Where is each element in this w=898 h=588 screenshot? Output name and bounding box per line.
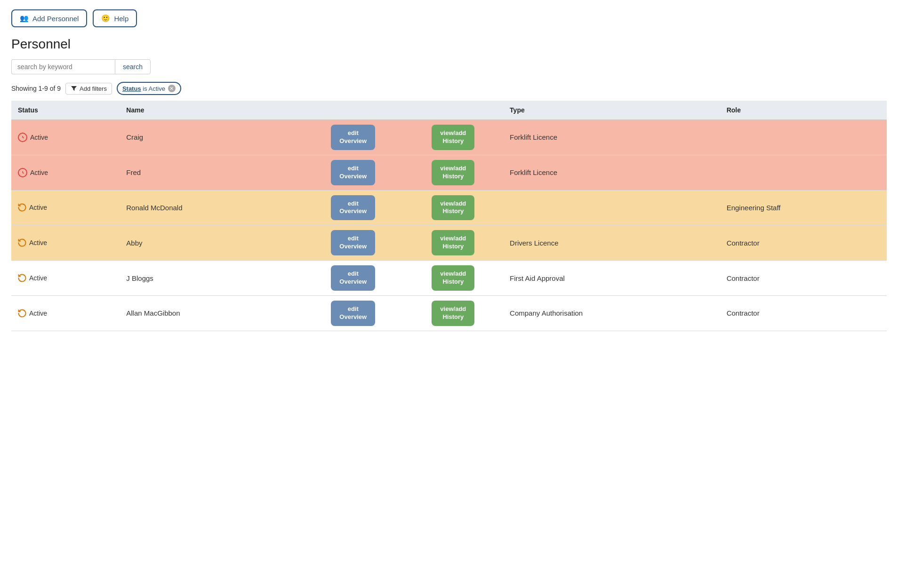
type-text: Forklift Licence bbox=[510, 168, 557, 176]
add-filters-label: Add filters bbox=[80, 85, 107, 92]
table-row: Active Fred editOverview view/addHistory… bbox=[11, 155, 887, 190]
edit-overview-button[interactable]: editOverview bbox=[331, 195, 375, 221]
status-text: Active bbox=[29, 239, 47, 246]
table-row: Active J Bloggs editOverview view/addHis… bbox=[11, 261, 887, 296]
refresh-icon bbox=[18, 274, 26, 282]
refresh-icon bbox=[18, 203, 26, 212]
status-cell: Active bbox=[11, 261, 120, 296]
header-type: Type bbox=[503, 101, 720, 120]
type-text: Forklift Licence bbox=[510, 133, 557, 141]
edit-cell: editOverview bbox=[303, 225, 403, 261]
name-cell: J Bloggs bbox=[120, 261, 303, 296]
add-personnel-label: Add Personnel bbox=[32, 15, 79, 23]
history-cell: view/addHistory bbox=[403, 261, 504, 296]
type-cell bbox=[503, 190, 720, 225]
role-cell bbox=[720, 155, 887, 190]
type-cell: Drivers Licence bbox=[503, 225, 720, 261]
history-cell: view/addHistory bbox=[403, 120, 504, 155]
edit-cell: editOverview bbox=[303, 190, 403, 225]
name-cell: Fred bbox=[120, 155, 303, 190]
filter-icon bbox=[71, 85, 77, 92]
personnel-table: Status Name Type Role Active bbox=[11, 101, 887, 331]
personnel-name: Abby bbox=[126, 239, 142, 247]
history-cell: view/addHistory bbox=[403, 190, 504, 225]
type-text: Drivers Licence bbox=[510, 239, 558, 247]
help-button[interactable]: 🙂 Help bbox=[93, 9, 137, 27]
status-text: Active bbox=[30, 169, 48, 176]
status-cell: Active bbox=[11, 225, 120, 261]
view-add-history-button[interactable]: view/addHistory bbox=[432, 125, 474, 150]
history-cell: view/addHistory bbox=[403, 155, 504, 190]
refresh-icon bbox=[18, 238, 26, 247]
status-cell: Active bbox=[11, 190, 120, 225]
personnel-name: Craig bbox=[126, 133, 143, 141]
status-cell: Active bbox=[11, 295, 120, 331]
table-row: Active Craig editOverview view/addHistor… bbox=[11, 120, 887, 155]
role-text: Contractor bbox=[727, 309, 760, 317]
help-icon: 🙂 bbox=[101, 14, 110, 23]
role-cell bbox=[720, 120, 887, 155]
clock-icon bbox=[18, 133, 27, 142]
view-add-history-button[interactable]: view/addHistory bbox=[432, 230, 474, 255]
edit-cell: editOverview bbox=[303, 155, 403, 190]
type-cell: Forklift Licence bbox=[503, 155, 720, 190]
add-personnel-button[interactable]: 👥 Add Personnel bbox=[11, 9, 87, 27]
search-input[interactable] bbox=[11, 59, 115, 74]
type-cell: Forklift Licence bbox=[503, 120, 720, 155]
help-label: Help bbox=[114, 15, 128, 23]
status-text: Active bbox=[30, 134, 48, 141]
status-text: Active bbox=[29, 310, 47, 317]
role-text: Engineering Staff bbox=[727, 204, 781, 212]
header-history bbox=[403, 101, 504, 120]
search-button[interactable]: search bbox=[115, 59, 151, 74]
edit-cell: editOverview bbox=[303, 120, 403, 155]
refresh-icon bbox=[18, 309, 26, 318]
view-add-history-button[interactable]: view/addHistory bbox=[432, 265, 474, 291]
showing-count: Showing 1-9 of 9 bbox=[11, 85, 61, 92]
edit-overview-button[interactable]: editOverview bbox=[331, 301, 375, 326]
edit-cell: editOverview bbox=[303, 295, 403, 331]
history-cell: view/addHistory bbox=[403, 225, 504, 261]
personnel-name: Ronald McDonald bbox=[126, 204, 182, 212]
table-row: Active Allan MacGibbon editOverview view… bbox=[11, 295, 887, 331]
view-add-history-button[interactable]: view/addHistory bbox=[432, 160, 474, 185]
name-cell: Ronald McDonald bbox=[120, 190, 303, 225]
table-header-row: Status Name Type Role bbox=[11, 101, 887, 120]
svg-line-3 bbox=[23, 173, 24, 174]
filter-row: Showing 1-9 of 9 Add filters Status is A… bbox=[11, 82, 887, 95]
add-filters-button[interactable]: Add filters bbox=[65, 83, 112, 95]
status-text: Active bbox=[29, 204, 47, 211]
personnel-name: J Bloggs bbox=[126, 274, 153, 282]
active-filter-tag[interactable]: Status is Active ✕ bbox=[117, 82, 181, 95]
table-row: Active Ronald McDonald editOverview view… bbox=[11, 190, 887, 225]
personnel-name: Fred bbox=[126, 168, 141, 176]
personnel-name: Allan MacGibbon bbox=[126, 309, 180, 317]
view-add-history-button[interactable]: view/addHistory bbox=[432, 301, 474, 326]
svg-line-1 bbox=[23, 137, 24, 138]
page-title: Personnel bbox=[11, 37, 887, 52]
type-cell: Company Authorisation bbox=[503, 295, 720, 331]
header-name: Name bbox=[120, 101, 303, 120]
status-cell: Active bbox=[11, 155, 120, 190]
edit-overview-button[interactable]: editOverview bbox=[331, 125, 375, 150]
filter-remove-button[interactable]: ✕ bbox=[168, 85, 176, 92]
edit-overview-button[interactable]: editOverview bbox=[331, 160, 375, 185]
toolbar: 👥 Add Personnel 🙂 Help bbox=[11, 9, 887, 27]
table-row: Active Abby editOverview view/addHistory… bbox=[11, 225, 887, 261]
add-personnel-icon: 👥 bbox=[20, 14, 29, 23]
name-cell: Abby bbox=[120, 225, 303, 261]
header-status: Status bbox=[11, 101, 120, 120]
status-cell: Active bbox=[11, 120, 120, 155]
edit-overview-button[interactable]: editOverview bbox=[331, 230, 375, 255]
role-cell: Engineering Staff bbox=[720, 190, 887, 225]
header-role: Role bbox=[720, 101, 887, 120]
edit-cell: editOverview bbox=[303, 261, 403, 296]
history-cell: view/addHistory bbox=[403, 295, 504, 331]
edit-overview-button[interactable]: editOverview bbox=[331, 265, 375, 291]
status-text: Active bbox=[29, 274, 47, 282]
type-text: Company Authorisation bbox=[510, 309, 583, 317]
header-edit bbox=[303, 101, 403, 120]
name-cell: Craig bbox=[120, 120, 303, 155]
type-text: First Aid Approval bbox=[510, 274, 565, 282]
view-add-history-button[interactable]: view/addHistory bbox=[432, 195, 474, 221]
